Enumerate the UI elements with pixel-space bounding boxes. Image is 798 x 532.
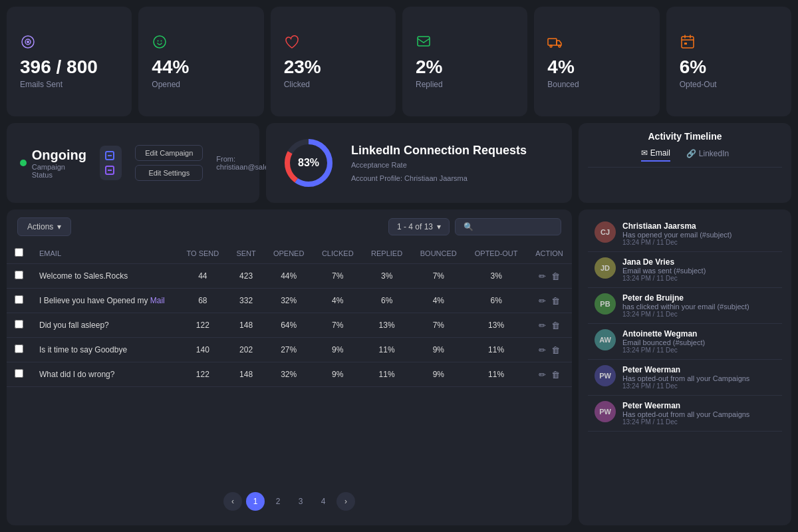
edit-icon-2[interactable]: ✏ <box>539 321 546 331</box>
row-checkbox-0[interactable] <box>15 271 23 279</box>
edit-icon-1[interactable]: ✏ <box>539 296 546 306</box>
row-checkbox-2[interactable] <box>15 320 23 329</box>
delete-icon-1[interactable]: 🗑 <box>551 296 560 306</box>
svg-rect-10 <box>682 37 694 48</box>
page-1-button[interactable]: 1 <box>246 492 265 511</box>
linkedin-title: LinkedIn Connection Requests <box>351 144 527 158</box>
opted-out-1: 6% <box>466 289 527 313</box>
activity-desc-5: Has opted-out from all your Campaigns <box>622 410 749 418</box>
tab-email[interactable]: ✉ Email <box>641 148 670 162</box>
svg-rect-6 <box>418 37 430 46</box>
replied-1: 6% <box>362 289 412 313</box>
search-icon: 🔍 <box>464 222 473 231</box>
edit-icon-0[interactable]: ✏ <box>539 271 546 281</box>
activity-content-4: Peter Weerman Has opted-out from all you… <box>622 365 749 390</box>
campaign-buttons: Edit Campaign Edit Settings <box>135 145 203 181</box>
table-controls: 1 - 4 of 13 ▾ 🔍 <box>388 218 561 235</box>
activity-name-2: Peter de Bruijne <box>622 293 749 303</box>
tab-linkedin[interactable]: 🔗 LinkedIn <box>686 148 729 162</box>
activity-desc-2: has clicked within your email (#subject) <box>622 303 749 311</box>
row-checkbox-4[interactable] <box>15 369 23 378</box>
svg-point-2 <box>27 41 29 43</box>
email-cell-3: Is it time to say Goodbye <box>31 338 178 362</box>
chevron-down-icon-selector: ▾ <box>437 222 441 231</box>
sent-0: 423 <box>228 264 265 289</box>
page-4-button[interactable]: 4 <box>314 492 332 511</box>
svg-point-5 <box>161 40 162 41</box>
campaign-status-value: Ongoing <box>32 148 86 163</box>
heart-icon <box>284 34 382 52</box>
opened-value: 44% <box>152 57 250 78</box>
delete-icon-3[interactable]: 🗑 <box>551 345 560 355</box>
stat-replied: 2% Replied <box>402 7 527 116</box>
actions-dropdown[interactable]: Actions ▾ <box>17 217 71 236</box>
action-cell-0: ✏ 🗑 <box>527 264 572 289</box>
eye-icon <box>20 34 118 52</box>
opted-out-2: 13% <box>466 313 527 338</box>
edit-icon-4[interactable]: ✏ <box>539 370 546 380</box>
table-panel: Actions ▾ 1 - 4 of 13 ▾ 🔍 <box>7 209 572 525</box>
opted-out-3: 11% <box>466 338 527 362</box>
svg-point-4 <box>158 40 159 41</box>
activity-name-1: Jana De Vries <box>622 257 706 267</box>
clicked-3: 9% <box>313 338 362 362</box>
activity-tabs: ✉ Email 🔗 LinkedIn <box>588 148 782 168</box>
to-send-2: 122 <box>178 313 227 338</box>
activity-desc-3: Email bounced (#subject) <box>622 338 705 346</box>
email-cell-2: Did you fall asleep? <box>31 313 178 338</box>
stat-opted-out: 6% Opted-Out <box>666 7 791 116</box>
stat-opened: 44% Opened <box>138 7 263 116</box>
select-all-checkbox[interactable] <box>15 248 23 257</box>
edit-settings-button[interactable]: Edit Settings <box>135 165 203 181</box>
action-cell-4: ✏ 🗑 <box>527 362 572 387</box>
page-2-button[interactable]: 2 <box>269 492 287 511</box>
action-cell-3: ✏ 🗑 <box>527 338 572 362</box>
edit-icon-3[interactable]: ✏ <box>539 345 546 355</box>
opened-3: 27% <box>265 338 313 362</box>
row-checkbox-3[interactable] <box>15 344 23 353</box>
email-tab-icon: ✉ <box>641 148 648 158</box>
activity-item: AW Antoinette Wegman Email bounced (#sub… <box>588 324 782 360</box>
bounced-3: 9% <box>411 338 466 362</box>
activity-content-1: Jana De Vries Email was sent (#subject) … <box>622 257 706 282</box>
delete-icon-2[interactable]: 🗑 <box>551 321 560 331</box>
col-email: EMAIL <box>31 243 178 264</box>
delete-icon-4[interactable]: 🗑 <box>551 370 560 380</box>
edit-campaign-button[interactable]: Edit Campaign <box>135 145 203 161</box>
svg-point-3 <box>154 36 166 48</box>
activity-panel: Activity Timeline ✉ Email 🔗 LinkedIn <box>579 123 791 203</box>
prev-page-button[interactable]: ‹ <box>223 492 242 511</box>
replied-4: 11% <box>362 362 412 387</box>
clicked-value: 23% <box>284 57 382 78</box>
bounced-4: 9% <box>411 362 466 387</box>
row-checkbox-1[interactable] <box>15 295 23 304</box>
next-page-button[interactable]: › <box>336 492 355 511</box>
stat-bounced: 4% Bounced <box>534 7 659 116</box>
col-bounced: BOUNCED <box>411 243 466 264</box>
emails-sent-value: 396 / 800 <box>20 57 118 78</box>
opened-2: 64% <box>265 313 313 338</box>
activity-avatar-0: CJ <box>595 221 616 243</box>
svg-point-8 <box>550 45 552 47</box>
activity-time-4: 13:24 PM / 11 Dec <box>622 382 749 390</box>
delete-icon-0[interactable]: 🗑 <box>551 271 560 281</box>
col-replied: REPLIED <box>362 243 412 264</box>
page-3-button[interactable]: 3 <box>291 492 310 511</box>
activity-item: JD Jana De Vries Email was sent (#subjec… <box>588 252 782 288</box>
activity-avatar-2: PB <box>595 293 616 315</box>
activity-time-3: 13:24 PM / 11 Dec <box>622 346 705 354</box>
col-opted-out: OPTED-OUT <box>466 243 527 264</box>
search-box[interactable]: 🔍 <box>455 218 561 235</box>
replied-value: 2% <box>416 57 514 78</box>
clicked-2: 7% <box>313 313 362 338</box>
opened-label: Opened <box>152 80 250 89</box>
opted-out-value: 6% <box>680 57 778 78</box>
sent-3: 202 <box>228 338 265 362</box>
svg-point-9 <box>559 45 561 47</box>
page-selector[interactable]: 1 - 4 of 13 ▾ <box>388 218 450 235</box>
table-container: EMAIL TO SEND SENT OPENED CLICKED REPLIE… <box>7 243 572 485</box>
activity-desc-4: Has opted-out from all your Campaigns <box>622 374 749 382</box>
campaign-status-indicator: Ongoing Campaign Status <box>20 148 86 179</box>
col-opened: OPENED <box>265 243 313 264</box>
activity-content-3: Antoinette Wegman Email bounced (#subjec… <box>622 329 705 354</box>
